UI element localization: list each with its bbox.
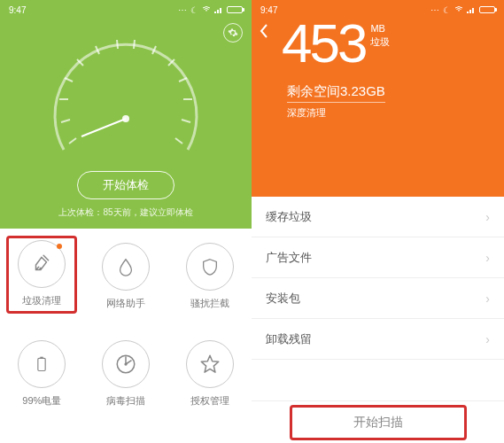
tools-grid: 垃圾清理 网络助手 骚扰拦截 99%电量 病毒扫描 — [0, 229, 252, 443]
orange-header: 9:47 ⋯ ☾ 453 MB 垃圾 剩余空间3 — [252, 0, 504, 197]
category-list: 缓存垃圾 › 广告文件 › 安装包 › 卸载残留 › — [252, 197, 504, 360]
battery-icon — [479, 6, 495, 13]
gauge-arc-icon — [37, 30, 214, 163]
svg-line-7 — [134, 40, 135, 49]
tool-label: 骚扰拦截 — [174, 297, 245, 310]
star-icon — [186, 340, 234, 388]
trash-clean-screen: 9:47 ⋯ ☾ 453 MB 垃圾 剩余空间3 — [252, 0, 504, 443]
trash-number: 453 — [282, 16, 365, 71]
trash-size: 453 MB 垃圾 — [282, 16, 390, 71]
svg-line-6 — [117, 40, 118, 49]
row-cache[interactable]: 缓存垃圾 › — [252, 197, 504, 237]
chevron-left-icon — [259, 23, 269, 39]
wifi-icon — [454, 6, 463, 13]
tool-battery[interactable]: 99%电量 — [6, 333, 77, 408]
security-center-screen: 9:47 ⋯ ☾ — [0, 0, 252, 443]
chevron-right-icon: › — [485, 332, 490, 346]
row-ads[interactable]: 广告文件 › — [252, 237, 504, 278]
svg-line-0 — [69, 138, 76, 144]
signal-icon — [214, 6, 223, 13]
bottom-bar: 开始扫描 — [252, 400, 504, 443]
moon-icon: ☾ — [443, 5, 451, 15]
battery-tool-icon — [18, 340, 66, 388]
row-label: 安装包 — [266, 291, 300, 307]
notification-dot-icon — [57, 244, 62, 249]
radar-icon — [102, 340, 150, 388]
tool-network[interactable]: 网络助手 — [90, 236, 161, 310]
start-scan-button[interactable]: 开始扫描 — [290, 405, 467, 440]
wifi-icon — [202, 6, 211, 13]
status-icons: ⋯ ☾ — [178, 5, 243, 15]
row-label: 卸载残留 — [266, 331, 312, 347]
tool-label: 病毒扫描 — [90, 394, 161, 408]
tool-virus[interactable]: 病毒扫描 — [90, 333, 161, 408]
dots-icon: ⋯ — [430, 5, 439, 15]
gauge — [37, 30, 214, 163]
deep-clean-link[interactable]: 深度清理 — [287, 106, 326, 120]
trash-unit: MB — [370, 22, 390, 35]
svg-line-1 — [61, 120, 70, 122]
tool-label: 垃圾清理 — [12, 294, 71, 307]
back-button[interactable] — [259, 23, 276, 41]
svg-rect-16 — [38, 358, 45, 370]
remaining-space[interactable]: 剩余空间3.23GB — [287, 83, 385, 103]
status-bar: 9:47 ⋯ ☾ — [0, 2, 252, 18]
row-apk[interactable]: 安装包 › — [252, 278, 504, 319]
green-header: 9:47 ⋯ ☾ — [0, 0, 252, 229]
row-label: 缓存垃圾 — [266, 209, 312, 225]
last-checkup-text: 上次体检：85天前，建议立即体检 — [0, 206, 252, 219]
tool-trash-clean[interactable]: 垃圾清理 — [6, 236, 77, 314]
svg-rect-17 — [41, 357, 43, 359]
shield-icon — [186, 243, 234, 291]
status-time: 9:47 — [9, 5, 178, 15]
moon-icon: ☾ — [190, 5, 198, 15]
row-residual[interactable]: 卸载残留 › — [252, 319, 504, 360]
signal-icon — [467, 6, 476, 13]
dots-icon: ⋯ — [178, 5, 187, 15]
chevron-right-icon: › — [485, 210, 490, 224]
svg-line-13 — [175, 138, 182, 144]
battery-icon — [227, 6, 243, 13]
drop-icon — [102, 243, 150, 291]
tool-label: 授权管理 — [174, 394, 245, 408]
chevron-right-icon: › — [485, 251, 490, 265]
tool-label: 网络助手 — [90, 297, 161, 310]
broom-icon — [18, 240, 66, 288]
tool-block[interactable]: 骚扰拦截 — [174, 236, 245, 310]
svg-line-15 — [81, 119, 126, 136]
gear-icon — [228, 27, 238, 38]
tool-label: 99%电量 — [6, 394, 77, 408]
trash-unit-sub: 垃圾 — [370, 35, 390, 49]
settings-button[interactable] — [223, 23, 243, 43]
status-icons: ⋯ ☾ — [430, 5, 495, 15]
svg-line-12 — [182, 120, 190, 122]
chevron-right-icon: › — [485, 291, 490, 306]
row-label: 广告文件 — [266, 250, 312, 266]
svg-point-19 — [124, 362, 127, 365]
tool-permission[interactable]: 授权管理 — [174, 333, 245, 408]
start-checkup-button[interactable]: 开始体检 — [77, 171, 174, 199]
